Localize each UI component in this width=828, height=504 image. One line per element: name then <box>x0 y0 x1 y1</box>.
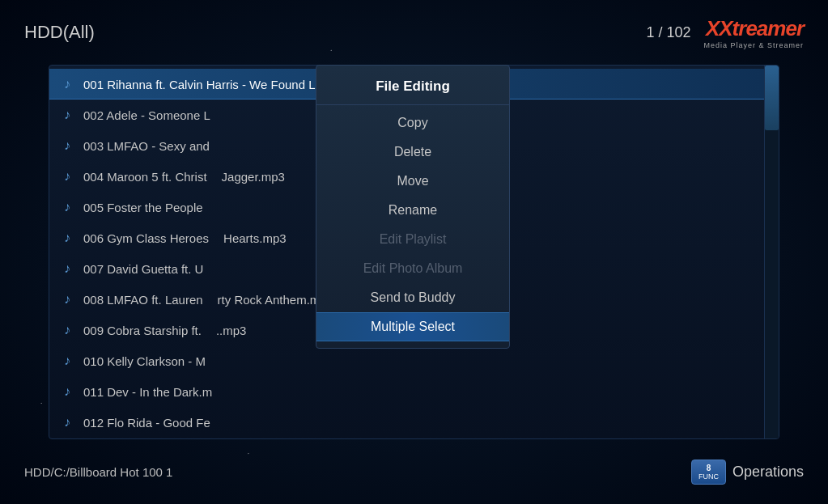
file-name: 010 Kelly Clarkson - M <box>83 354 206 368</box>
logo: XXtreamer Media Player & Streamer <box>703 16 804 49</box>
context-menu-header: File Editing <box>316 72 509 105</box>
move-menu-item[interactable]: Move <box>316 167 509 196</box>
scrollbar[interactable] <box>764 66 779 438</box>
file-name: 004 Maroon 5 ft. Christ <box>83 170 207 184</box>
list-item[interactable]: ♪ 012 Flo Rida - Good Fe <box>49 407 764 438</box>
rename-menu-item[interactable]: Rename <box>316 196 509 225</box>
context-menu: File Editing Copy Delete Move Rename Edi… <box>316 65 510 349</box>
file-name-suffix: rty Rock Anthem.m... <box>218 293 330 307</box>
music-icon: ♪ <box>59 354 75 368</box>
music-icon: ♪ <box>59 169 75 184</box>
file-name: 005 Foster the People <box>83 201 203 214</box>
music-icon: ♪ <box>59 77 75 91</box>
music-icon: ♪ <box>59 292 75 307</box>
list-item[interactable]: ♪ 010 Kelly Clarkson - M <box>49 345 764 376</box>
music-icon: ♪ <box>59 323 75 337</box>
file-name: 006 Gym Class Heroes <box>83 231 209 245</box>
page-title: HDD(All) <box>24 22 95 43</box>
file-name: 009 Cobra Starship ft. <box>83 324 202 337</box>
logo-text: XXtreamer <box>706 16 804 41</box>
path-text: HDD/C:/Billboard Hot 100 1 <box>24 465 172 479</box>
music-icon: ♪ <box>59 200 75 214</box>
music-icon: ♪ <box>59 384 75 399</box>
scrollbar-thumb[interactable] <box>765 66 779 130</box>
func-number: 8 <box>707 464 711 472</box>
file-name: 008 LMFAO ft. Lauren <box>83 293 203 307</box>
func-label: FUNC <box>698 472 719 481</box>
edit-photo-album-menu-item: Edit Photo Album <box>316 254 509 283</box>
send-to-buddy-menu-item[interactable]: Send to Buddy <box>316 283 509 312</box>
file-name: 003 LMFAO - Sexy and <box>83 139 210 153</box>
top-bar: HDD(All) 1 / 102 XXtreamer Media Player … <box>0 0 828 65</box>
logo-name: Xtreamer <box>719 16 804 40</box>
operations-button[interactable]: 8 FUNC Operations <box>691 460 804 485</box>
logo-subtitle: Media Player & Streamer <box>703 41 804 49</box>
file-name-suffix: Hearts.mp3 <box>223 231 287 245</box>
edit-playlist-menu-item: Edit Playlist <box>316 225 509 254</box>
music-icon: ♪ <box>59 415 75 430</box>
file-name: 012 Flo Rida - Good Fe <box>83 416 210 430</box>
file-name: 011 Dev - In the Dark.m <box>83 385 212 399</box>
bottom-bar: HDD/C:/Billboard Hot 100 1 8 FUNC Operat… <box>0 439 828 504</box>
file-name: 007 David Guetta ft. U <box>83 262 203 276</box>
top-bar-right: 1 / 102 XXtreamer Media Player & Streame… <box>646 16 804 49</box>
music-icon: ♪ <box>59 261 75 276</box>
func-badge: 8 FUNC <box>691 460 726 485</box>
file-name: 002 Adele - Someone L <box>83 108 210 122</box>
music-icon: ♪ <box>59 138 75 153</box>
copy-menu-item[interactable]: Copy <box>316 108 509 138</box>
multiple-select-menu-item[interactable]: Multiple Select <box>316 312 509 341</box>
music-icon: ♪ <box>59 231 75 245</box>
operations-text: Operations <box>732 464 804 481</box>
list-item[interactable]: ♪ 011 Dev - In the Dark.m <box>49 376 764 407</box>
music-icon: ♪ <box>59 108 75 122</box>
page-count: 1 / 102 <box>646 24 690 41</box>
delete-menu-item[interactable]: Delete <box>316 138 509 167</box>
file-name-suffix: Jagger.mp3 <box>222 170 285 184</box>
file-name-suffix: ..mp3 <box>216 324 247 337</box>
